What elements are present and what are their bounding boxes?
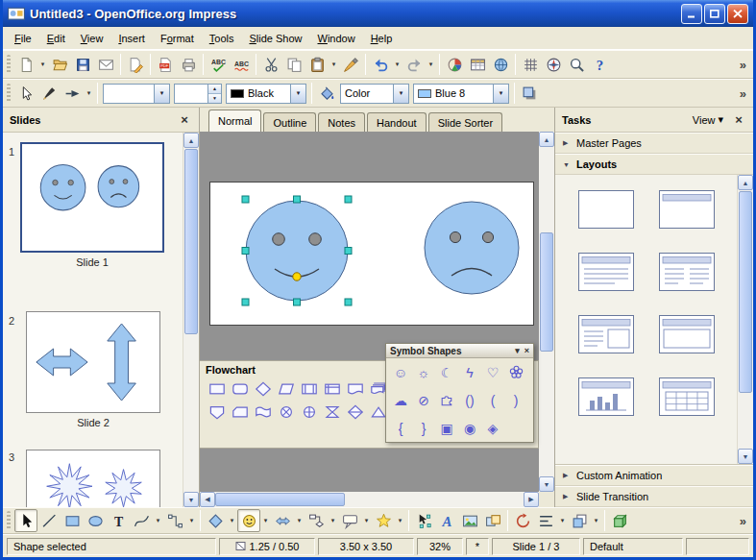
export-pdf-button[interactable]: PDF [154,53,177,76]
format-paintbrush-button[interactable] [339,53,362,76]
section-custom-animation[interactable]: ▶ Custom Animation [555,465,753,486]
section-layouts[interactable]: ▼ Layouts [555,154,753,175]
layouts-scroll-thumb[interactable] [739,191,752,393]
menu-format[interactable]: Format [153,29,202,48]
layout-title-only[interactable] [659,190,715,229]
menu-insert[interactable]: Insert [110,29,153,48]
symbol-shape-lightning[interactable]: ϟ [458,359,481,385]
canvas-vertical-scrollbar[interactable]: ▲ ▼ [539,132,554,492]
fontwork-gallery-button[interactable]: A [435,509,458,532]
lfbar-more-button[interactable]: » [735,86,751,101]
tab-handout[interactable]: Handout [367,112,427,132]
frowny-shape[interactable] [425,202,519,294]
gallery-button[interactable] [481,509,504,532]
alignment-button[interactable] [534,509,557,532]
rectangle-button[interactable] [61,509,84,532]
scroll-up-button[interactable]: ▲ [539,132,554,147]
tasks-panel-close-button[interactable]: × [731,112,746,128]
redo-dropdown[interactable]: ▾ [426,53,436,76]
arrange-button[interactable] [568,509,591,532]
alignment-dropdown[interactable]: ▾ [557,509,568,532]
toolbar-grip[interactable] [7,84,11,103]
symbol-shape-puzzle[interactable] [435,387,458,413]
horizontal-scroll-track[interactable] [215,492,524,507]
layout-title-box[interactable] [659,315,715,353]
flowchart-shape-collate[interactable] [321,401,344,424]
callouts-button[interactable] [338,509,361,532]
layout-title-two-content[interactable] [659,253,715,291]
symbol-shapes-button[interactable] [237,509,260,532]
shadow-button[interactable] [518,82,541,105]
symbol-shape-flower[interactable] [504,359,527,385]
ellipse-button[interactable] [84,509,107,532]
paste-button[interactable] [305,53,329,76]
symbol-shape-square-bevel[interactable]: ▣ [435,415,458,441]
flowchart-shape-predefined-process[interactable] [298,377,321,401]
cut-button[interactable] [259,53,282,76]
status-size[interactable]: 3.50 x 3.50 [318,538,414,555]
tab-notes[interactable]: Notes [318,112,365,132]
slides-scroll-track[interactable] [183,148,199,492]
symbol-shape-double-bracket[interactable]: () [458,387,481,413]
slides-scroll-thumb[interactable] [184,149,198,334]
menu-window[interactable]: Window [310,29,363,48]
vertical-scroll-track[interactable] [539,147,554,476]
undo-button[interactable] [369,53,392,76]
flowchart-shape-summing-junction[interactable] [275,401,298,424]
copy-button[interactable] [282,53,305,76]
auto-spellcheck-button[interactable]: ABC [230,53,253,76]
arrow-style-dropdown[interactable]: ▾ [84,82,94,105]
scroll-down-button[interactable]: ▼ [738,449,753,464]
new-button[interactable] [14,53,37,76]
stars-button[interactable] [372,509,395,532]
basic-shapes-button[interactable] [204,509,227,532]
area-dialog-button[interactable] [315,82,338,105]
save-button[interactable] [71,53,94,76]
scroll-right-button[interactable]: ▶ [524,492,539,507]
tab-outline[interactable]: Outline [263,112,316,132]
symbol-shape-left-brace[interactable]: { [389,415,412,441]
curve-button[interactable] [130,509,153,532]
flowchart-shape-or[interactable] [298,401,321,424]
block-arrows-dropdown[interactable]: ▾ [294,509,305,532]
line-style-select-dropdown[interactable]: ▾ [154,85,169,103]
horizontal-scroll-thumb[interactable] [215,493,345,506]
extrusion-button[interactable] [608,509,631,532]
basic-shapes-dropdown[interactable]: ▾ [227,509,237,532]
tasks-view-dropdown[interactable]: View ▾ [693,113,723,126]
stars-dropdown[interactable]: ▾ [395,509,405,532]
help-button[interactable]: ? [588,53,611,76]
symbol-shape-diamond-bevel[interactable]: ◈ [481,415,504,441]
symbol-shape-smiley[interactable]: ☺ [389,359,412,385]
canvas-horizontal-scrollbar[interactable]: ◀ ▶ [200,492,539,507]
symbol-shape-right-brace[interactable]: } [412,415,435,441]
email-button[interactable] [94,53,117,76]
arrow-style-button[interactable] [61,82,84,105]
fill-color-select[interactable]: Blue 8▾ [413,84,509,104]
drawbar-more-button[interactable]: » [735,514,751,528]
menu-edit[interactable]: Edit [39,29,73,48]
menu-tools[interactable]: Tools [202,29,242,48]
symbol-shape-moon[interactable]: ☾ [435,359,458,385]
fill-type-select[interactable]: Color▾ [340,84,409,104]
flowchart-shape-internal-storage[interactable] [321,377,344,401]
flowchart-dropdown[interactable]: ▾ [328,509,338,532]
connector-button[interactable] [163,509,186,532]
layouts-scrollbar[interactable]: ▲ ▼ [737,175,753,464]
select-button[interactable] [14,82,37,105]
symbol-shape-right-bracket[interactable]: ) [504,387,527,413]
symbol-shapes-close-button[interactable]: × [524,346,529,355]
slide-thumbnail-3[interactable] [26,450,160,507]
menu-file[interactable]: File [7,29,39,48]
flowchart-shape-alternate-process[interactable] [229,377,252,401]
fill-type-select-dropdown[interactable]: ▾ [393,85,408,103]
flowchart-shape-sort[interactable] [344,401,367,424]
toolbar-grip[interactable] [7,55,11,74]
layout-title-table[interactable] [659,377,715,416]
flowchart-shape-decision[interactable] [252,377,275,401]
tab-slide-sorter[interactable]: Slide Sorter [428,112,502,132]
symbol-shape-prohibited[interactable]: ⊘ [412,387,435,413]
close-button[interactable] [727,4,748,24]
line-color-select[interactable]: Black▾ [226,84,306,104]
tab-normal[interactable]: Normal [208,110,261,132]
